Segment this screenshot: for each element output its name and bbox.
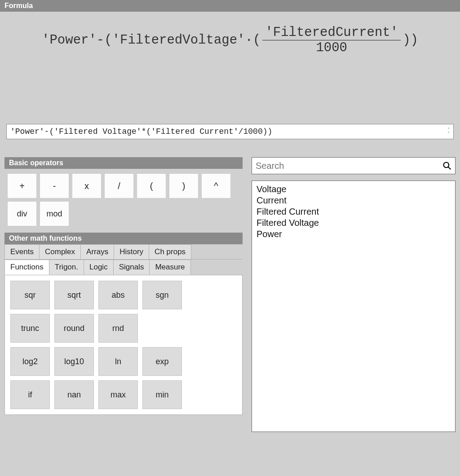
op-minus[interactable]: - [40,173,69,198]
func-log10[interactable]: log10 [54,347,94,376]
func-sqrt[interactable]: sqrt [54,281,94,309]
tab-history[interactable]: History [114,244,149,259]
op-intdiv[interactable]: div [7,201,37,226]
formula-render: 'Power'-('FilteredVoltage'·( 'FilteredCu… [42,25,418,55]
tab-logic[interactable]: Logic [84,260,114,275]
tab-signals[interactable]: Signals [113,260,150,275]
variable-item[interactable]: Voltage [257,184,451,195]
op-rparen[interactable]: ) [169,173,199,198]
formula-input-container: 'Power'-('Filtered Voltage'*('Filtered C… [6,124,454,139]
formula-render-area: 'Power'-('FilteredVoltage'·( 'FilteredCu… [0,12,460,124]
tab-arrays[interactable]: Arrays [80,244,114,259]
func-trunc[interactable]: trunc [10,314,50,343]
tabs-row-1: Events Complex Arrays History Ch props [4,244,243,260]
tab-complex[interactable]: Complex [39,244,81,259]
func-rnd[interactable]: rnd [98,314,138,343]
func-min[interactable]: min [142,380,182,409]
func-nan[interactable]: nan [54,380,94,409]
formula-input-spinner[interactable]: ˄ ˅ [445,128,452,136]
chevron-down-icon[interactable]: ˅ [445,132,452,136]
op-mult[interactable]: x [72,173,102,198]
basic-operators-header: Basic operators [4,157,243,169]
op-div[interactable]: / [104,173,134,198]
formula-input[interactable]: 'Power'-('Filtered Voltage'*('Filtered C… [6,124,454,139]
func-if[interactable]: if [10,380,50,409]
func-sgn[interactable]: sgn [142,281,182,309]
variable-item[interactable]: Power [257,229,451,240]
search-icon[interactable] [442,161,451,170]
func-ln[interactable]: ln [98,347,138,376]
svg-line-1 [448,167,451,170]
func-sqr[interactable]: sqr [10,281,50,309]
tab-measure[interactable]: Measure [149,260,190,275]
formula-render-suffix: )) [402,33,418,48]
svg-point-0 [444,163,449,168]
op-plus[interactable]: + [7,173,37,198]
op-mod[interactable]: mod [40,201,69,226]
func-abs[interactable]: abs [98,281,138,309]
tabs-row-2: Functions Trigon. Logic Signals Measure [4,260,243,275]
search-box[interactable] [252,157,456,174]
variable-list: VoltageCurrentFiltered CurrentFiltered V… [252,181,456,432]
formula-panel-header: Formula [0,0,460,12]
other-functions-header: Other math functions [4,233,243,244]
op-lparen[interactable]: ( [137,173,166,198]
func-round[interactable]: round [54,314,94,343]
search-input[interactable] [256,161,442,171]
operators-grid: + - x / ( ) ^ div mod [4,169,243,233]
variable-item[interactable]: Filtered Current [257,206,451,217]
fraction-numerator: 'FilteredCurrent' [262,25,401,40]
tab-functions[interactable]: Functions [4,260,49,275]
tab-events[interactable]: Events [4,244,40,259]
formula-fraction: 'FilteredCurrent' 1000 [262,25,401,55]
formula-render-prefix: 'Power'-('FilteredVoltage'·( [42,33,261,48]
op-pow[interactable]: ^ [201,173,231,198]
fraction-denominator: 1000 [313,40,350,55]
tab-trigon[interactable]: Trigon. [49,260,84,275]
tab-chprops[interactable]: Ch props [149,244,191,259]
variable-item[interactable]: Filtered Voltage [257,217,451,229]
variable-item[interactable]: Current [257,195,451,206]
func-exp[interactable]: exp [142,347,182,376]
func-log2[interactable]: log2 [10,347,50,376]
functions-tab-content: sqrsqrtabssgntruncroundrndlog2log10lnexp… [4,275,243,415]
func-max[interactable]: max [98,380,138,409]
